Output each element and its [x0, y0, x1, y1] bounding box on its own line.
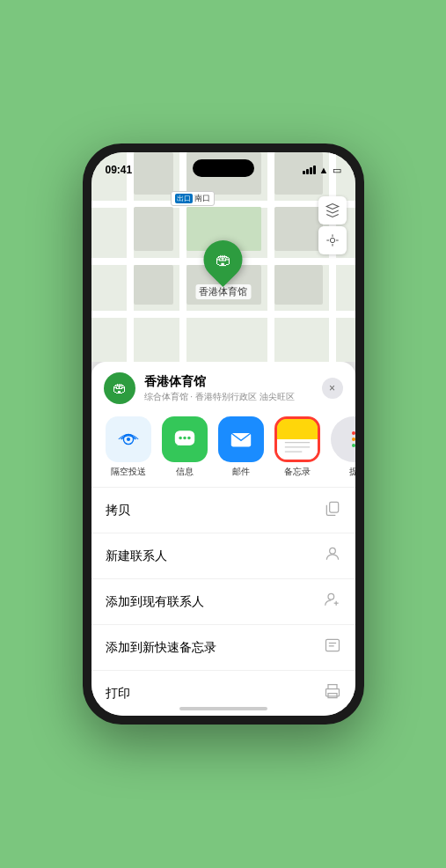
status-time: 09:41 — [106, 164, 133, 176]
dynamic-island — [193, 159, 254, 177]
airdrop-label: 隔空投送 — [111, 466, 146, 478]
svg-rect-14 — [329, 502, 338, 512]
action-list: 拷贝 新建联系人 — [91, 487, 355, 716]
action-copy-label: 拷贝 — [106, 503, 130, 519]
svg-point-6 — [183, 437, 186, 440]
map-layers-button[interactable] — [318, 196, 347, 224]
share-item-messages[interactable]: 信息 — [160, 416, 209, 478]
action-new-contact-label: 新建联系人 — [106, 548, 167, 564]
map-controls — [318, 196, 347, 254]
airdrop-icon — [106, 416, 151, 462]
action-copy[interactable]: 拷贝 — [91, 488, 355, 533]
phone-screen: 09:41 ▲ ▭ — [91, 152, 355, 716]
map-label-tag: 出口 — [175, 194, 193, 203]
svg-point-5 — [179, 437, 182, 440]
home-indicator — [179, 707, 267, 710]
action-new-contact[interactable]: 新建联系人 — [91, 533, 355, 579]
place-header: 🏟 香港体育馆 综合体育馆 · 香港特别行政区 油尖旺区 × — [91, 362, 355, 411]
map-label: 出口 南口 — [171, 191, 215, 206]
action-add-existing[interactable]: 添加到现有联系人 — [91, 579, 355, 625]
more-label: 提 — [349, 466, 355, 478]
place-subtitle: 综合体育馆 · 香港特别行政区 油尖旺区 — [144, 391, 322, 403]
place-name: 香港体育馆 — [144, 374, 322, 390]
map-label-text: 南口 — [194, 193, 210, 204]
messages-icon — [162, 416, 208, 462]
marker-icon: 🏟 — [195, 232, 250, 287]
copy-icon — [324, 499, 341, 521]
wifi-icon: ▲ — [319, 165, 329, 175]
action-print-label: 打印 — [106, 686, 130, 702]
messages-label: 信息 — [176, 466, 194, 478]
battery-icon: ▭ — [333, 165, 341, 176]
share-item-notes[interactable]: 备忘录 — [273, 416, 322, 478]
status-icons: ▲ ▭ — [303, 165, 341, 176]
dot-red — [352, 431, 355, 435]
place-icon: 🏟 — [104, 372, 135, 404]
add-existing-icon — [324, 591, 341, 613]
svg-point-16 — [328, 593, 334, 600]
svg-point-3 — [126, 438, 129, 441]
place-info: 香港体育馆 综合体育馆 · 香港特别行政区 油尖旺区 — [144, 374, 322, 403]
notes-icon — [274, 416, 320, 462]
svg-rect-19 — [325, 639, 339, 651]
marker-inner-icon: 🏟 — [216, 251, 231, 269]
mail-icon — [218, 416, 264, 462]
action-quick-note-label: 添加到新快速备忘录 — [106, 640, 216, 656]
map-area[interactable]: 出口 南口 — [91, 152, 355, 362]
location-marker: 🏟 香港体育馆 — [195, 240, 251, 299]
action-quick-note[interactable]: 添加到新快速备忘录 — [91, 625, 355, 671]
svg-point-15 — [329, 548, 335, 554]
more-dots — [352, 431, 355, 447]
quick-note-icon — [324, 636, 341, 658]
svg-rect-9 — [277, 419, 318, 439]
bottom-sheet: 🏟 香港体育馆 综合体育馆 · 香港特别行政区 油尖旺区 × — [91, 362, 355, 716]
signal-bars-icon — [303, 166, 316, 174]
action-add-existing-label: 添加到现有联系人 — [106, 594, 204, 610]
phone-frame: 09:41 ▲ ▭ — [83, 143, 364, 725]
svg-marker-0 — [326, 204, 339, 210]
share-item-mail[interactable]: 邮件 — [216, 416, 266, 478]
print-icon — [324, 682, 341, 704]
new-contact-icon — [324, 545, 341, 567]
more-icon — [331, 416, 355, 462]
dot-green — [352, 444, 355, 447]
svg-point-7 — [187, 437, 191, 440]
share-row: 隔空投送 信息 — [91, 411, 355, 487]
location-button[interactable] — [318, 226, 347, 254]
share-item-more[interactable]: 提 — [329, 416, 355, 478]
share-item-airdrop[interactable]: 隔空投送 — [104, 416, 153, 478]
mail-label: 邮件 — [232, 466, 250, 478]
dot-yellow — [352, 438, 355, 441]
close-button[interactable]: × — [322, 378, 343, 399]
svg-point-1 — [330, 238, 334, 242]
notes-label: 备忘录 — [284, 466, 311, 478]
